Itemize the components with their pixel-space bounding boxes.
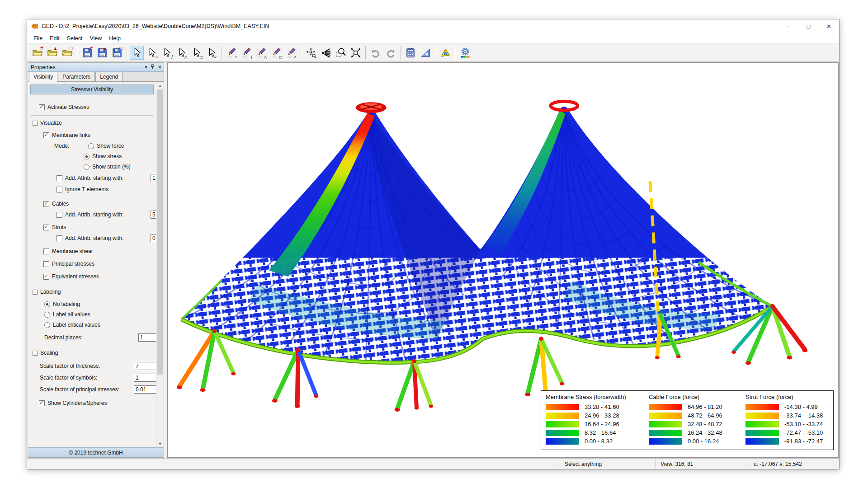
no-labeling-radio[interactable]	[44, 301, 50, 307]
scale-thickness-input[interactable]	[134, 362, 159, 370]
status-bar: Select anything View: 316, 81 u: -17.067…	[27, 458, 839, 469]
stressvu-settings-button[interactable]	[458, 46, 472, 60]
membrane-shear-checkbox[interactable]	[43, 249, 49, 254]
menu-select[interactable]: Select	[63, 34, 86, 43]
panel-scrollbar[interactable]: ▲ ▼	[156, 82, 164, 447]
open-hash-button[interactable]: #	[30, 46, 44, 60]
label-all-values-radio[interactable]	[44, 312, 50, 318]
draw-accept-button[interactable]: ✓	[284, 46, 298, 60]
marker-glyph: #	[90, 46, 93, 51]
draw-line-button[interactable]: /	[239, 46, 253, 60]
cursor-icon	[161, 47, 172, 58]
principal-stresses-checkbox[interactable]	[43, 261, 49, 267]
legend-range-label: -72.47 - -53.10	[784, 429, 823, 436]
draw-triangle-button[interactable]: △	[254, 46, 268, 60]
separator	[30, 346, 154, 346]
scale-principal-input[interactable]	[134, 385, 159, 394]
menu-edit[interactable]: Edit	[46, 34, 63, 43]
ignore-t-elements-checkbox[interactable]	[57, 187, 62, 192]
open-insert-button[interactable]: ▲	[45, 46, 59, 60]
scroll-up-icon[interactable]: ▲	[156, 82, 164, 89]
marker-glyph: ✓	[214, 55, 217, 60]
calculator-button[interactable]	[403, 46, 417, 60]
rotate-pan-view-button[interactable]	[304, 46, 318, 60]
menu-file[interactable]: File	[30, 34, 46, 43]
legend-range-label: 16.24 - 32.48	[688, 429, 722, 436]
legend-range-label: 24.96 - 33.28	[585, 412, 619, 419]
zoom-extents-button[interactable]	[319, 46, 333, 60]
measure-button[interactable]	[418, 46, 432, 60]
save-hash-button[interactable]: #	[80, 46, 94, 60]
legend-gradient-swatch	[649, 404, 682, 410]
activate-stressvu-checkbox[interactable]	[39, 104, 45, 110]
membrane-add-attrib-checkbox[interactable]	[57, 175, 62, 181]
legend-gradient-swatch	[546, 413, 579, 419]
scroll-down-icon[interactable]: ▼	[156, 440, 164, 447]
select-quad-button[interactable]: □	[189, 46, 203, 60]
title-bar: GED - D:\2_Projekte\Easy\2020\03_26_Webs…	[27, 19, 839, 33]
membrane-links-checkbox[interactable]	[43, 132, 49, 138]
menu-view[interactable]: View	[86, 34, 105, 43]
struts-add-attrib-checkbox[interactable]	[57, 235, 62, 241]
show-cylinders-checkbox[interactable]	[39, 400, 45, 406]
save-insert-button[interactable]: ▲	[95, 46, 109, 60]
scaling-collapse-icon[interactable]	[33, 351, 38, 356]
scale-principal-label: Scale factor of principal stresses:	[40, 386, 119, 393]
redo-button[interactable]	[383, 46, 397, 60]
panel-menu-chevron-icon[interactable]: ▾	[145, 65, 147, 70]
toolbar-separator	[127, 46, 127, 60]
cables-add-attrib-checkbox[interactable]	[57, 212, 62, 218]
legend-gradient-swatch	[649, 421, 682, 427]
show-stress-radio[interactable]	[84, 154, 90, 160]
tab-parameters[interactable]: Parameters	[58, 72, 95, 81]
properties-panel-titlebar[interactable]: Properties ▾ ✕	[28, 63, 164, 72]
stress-display-button[interactable]	[438, 46, 452, 60]
viewport-3d[interactable]: Membrane Stress (force/width)33.28 - 41.…	[167, 62, 839, 458]
open-partial-button[interactable]: □	[60, 46, 74, 60]
show-force-radio[interactable]	[88, 143, 94, 149]
draw-quad-button[interactable]: □	[269, 46, 283, 60]
stresstri-icon	[440, 47, 451, 58]
membrane-add-attrib-label: Add. Attrib. starting with:	[65, 175, 123, 181]
tab-visibility[interactable]: Visibility	[29, 72, 57, 82]
struts-checkbox[interactable]	[43, 225, 49, 230]
save-partial-button[interactable]: □	[110, 46, 124, 60]
toolbar-separator	[400, 46, 401, 60]
select-triangle-button[interactable]: △	[175, 46, 189, 60]
scale-symbols-input[interactable]	[134, 374, 159, 382]
minimize-button[interactable]: –	[778, 19, 798, 33]
legend-gradient-swatch	[745, 438, 779, 445]
undo-button[interactable]	[368, 46, 382, 60]
select-pointer-button[interactable]	[130, 46, 144, 60]
select-point-button[interactable]: ○	[145, 46, 159, 60]
draw-point-button[interactable]: ○	[224, 46, 238, 60]
legend-range-label: 8.32 - 16.64	[585, 429, 616, 436]
equivalent-stresses-checkbox[interactable]	[43, 274, 49, 280]
panel-close-icon[interactable]: ✕	[158, 65, 162, 70]
toolbar: #▲□#▲□○/△□✓○/△□✓	[27, 44, 839, 62]
legend-gradient-swatch	[546, 438, 579, 445]
labeling-collapse-icon[interactable]	[33, 290, 38, 295]
toolbar-separator	[77, 46, 77, 60]
zoom-fit-button[interactable]	[349, 46, 363, 60]
scrollbar-thumb[interactable]	[157, 89, 163, 375]
close-button[interactable]: ✕	[819, 19, 839, 33]
visualize-collapse-icon[interactable]	[33, 121, 38, 126]
maximize-button[interactable]: □	[798, 19, 819, 33]
toolbar-separator	[301, 46, 301, 60]
label-critical-values-radio[interactable]	[44, 322, 50, 328]
legend-range-label: -33.74 - -14.38	[784, 412, 823, 419]
select-line-button[interactable]: /	[160, 46, 174, 60]
zoom-window-button[interactable]	[334, 46, 348, 60]
menu-help[interactable]: Help	[105, 34, 124, 43]
label-all-values-label: Label all values	[53, 311, 90, 318]
panel-pin-icon[interactable]	[151, 64, 155, 70]
tab-legend[interactable]: Legend	[95, 72, 123, 81]
show-strain-radio[interactable]	[84, 164, 90, 170]
legend-range-label: 0.00 - 8.32	[585, 438, 613, 445]
cables-checkbox[interactable]	[43, 201, 49, 207]
gear-icon	[460, 47, 471, 58]
select-accept-button[interactable]: ✓	[204, 46, 218, 60]
legend-gradient-swatch	[745, 413, 779, 419]
legend-range-label: 64.96 - 81.20	[688, 404, 722, 410]
